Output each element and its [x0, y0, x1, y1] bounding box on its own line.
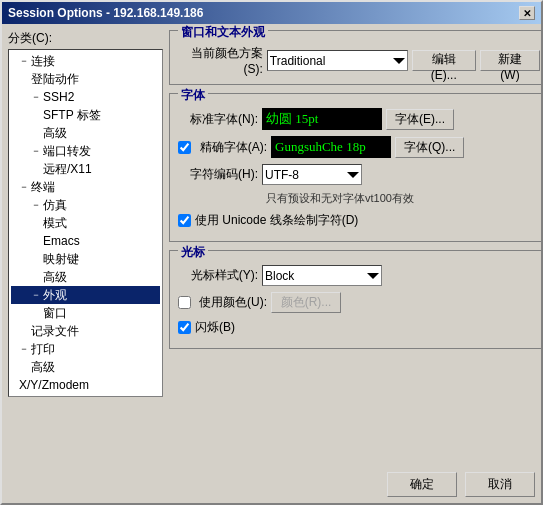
standard-font-button[interactable]: 字体(E)...	[386, 109, 454, 130]
blink-label: 闪烁(B)	[195, 319, 235, 336]
tree-item-terminal[interactable]: － 终端	[11, 178, 160, 196]
tree-label-appearance: 外观	[43, 286, 67, 304]
tree-label-advanced-emulation: 高级	[43, 268, 67, 286]
font-group: 字体 标准字体(N): 幼圆 15pt 字体(E)... 精确字体(A): Gu…	[169, 93, 543, 242]
window-title: Session Options - 192.168.149.186	[8, 6, 203, 20]
tree-item-advanced-ssh[interactable]: 高级	[11, 124, 160, 142]
tree-label-logfile: 记录文件	[31, 322, 79, 340]
edit-color-button[interactable]: 编辑(E)...	[412, 50, 476, 71]
bottom-bar: 确定 取消	[2, 468, 541, 503]
color-pick-button[interactable]: 颜色(R)...	[271, 292, 341, 313]
encoding-label: 字符编码(H):	[178, 166, 258, 183]
use-color-checkbox[interactable]	[178, 296, 191, 309]
tree-item-sftp[interactable]: SFTP 标签	[11, 106, 160, 124]
minus-icon7: －	[19, 340, 29, 358]
minus-icon4: －	[19, 178, 29, 196]
encoding-row: 字符编码(H): UTF-8	[178, 164, 540, 185]
color-scheme-label: 当前颜色方案(S):	[178, 45, 263, 76]
standard-font-label: 标准字体(N):	[178, 111, 258, 128]
ok-button[interactable]: 确定	[387, 472, 457, 497]
close-button[interactable]: ✕	[519, 6, 535, 20]
cursor-group: 光标 光标样式(Y): Block Underline Vertical Bar…	[169, 250, 543, 349]
cancel-button[interactable]: 取消	[465, 472, 535, 497]
tree-item-portforward[interactable]: － 端口转发	[11, 142, 160, 160]
minus-icon5: －	[31, 196, 41, 214]
tree-label-login: 登陆动作	[31, 70, 79, 88]
tree-item-advanced-emulation[interactable]: 高级	[11, 268, 160, 286]
tree-item-emacs[interactable]: Emacs	[11, 232, 160, 250]
precise-font-display: GungsuhChe 18p	[271, 136, 391, 158]
tree-label-advanced-print: 高级	[31, 358, 55, 376]
standard-font-value: 幼圆 15pt	[266, 110, 318, 128]
tree-item-xyz[interactable]: X/Y/Zmodem	[11, 376, 160, 394]
standard-font-display: 幼圆 15pt	[262, 108, 382, 130]
tree-label-emacs: Emacs	[43, 232, 80, 250]
tree-item-window[interactable]: 窗口	[11, 304, 160, 322]
nav-tree: － 连接 登陆动作 － SSH2 SFTP 标签 高级	[11, 52, 160, 394]
title-bar: Session Options - 192.168.149.186 ✕	[2, 2, 541, 24]
unicode-checkbox[interactable]	[178, 214, 191, 227]
minus-icon: －	[19, 52, 29, 70]
minus-icon6: －	[31, 286, 41, 304]
right-panel: 窗口和文本外观 当前颜色方案(S): Traditional 编辑(E)... …	[169, 30, 543, 462]
tree-item-logfile[interactable]: 记录文件	[11, 322, 160, 340]
tree-item-advanced-print[interactable]: 高级	[11, 358, 160, 376]
blink-checkbox[interactable]	[178, 321, 191, 334]
new-color-button[interactable]: 新建(W)	[480, 50, 540, 71]
color-scheme-row: 当前颜色方案(S): Traditional 编辑(E)... 新建(W)	[178, 45, 540, 76]
tree-label-sftp: SFTP 标签	[43, 106, 101, 124]
cursor-style-select[interactable]: Block Underline Vertical Bar	[262, 265, 382, 286]
tree-label-emulation: 仿真	[43, 196, 67, 214]
tree-item-emulation[interactable]: － 仿真	[11, 196, 160, 214]
unicode-label: 使用 Unicode 线条绘制字符(D)	[195, 212, 358, 229]
window-content: 分类(C): － 连接 登陆动作 － SSH2	[2, 24, 541, 468]
use-color-label: 使用颜色(U):	[199, 294, 267, 311]
tree-item-ssh2[interactable]: － SSH2	[11, 88, 160, 106]
tree-label-print: 打印	[31, 340, 55, 358]
tree-item-login[interactable]: 登陆动作	[11, 70, 160, 88]
tree-item-print[interactable]: － 打印	[11, 340, 160, 358]
window-appearance-title: 窗口和文本外观	[178, 24, 268, 41]
font-group-title: 字体	[178, 87, 208, 104]
tree-label-advanced-ssh: 高级	[43, 124, 67, 142]
encoding-select[interactable]: UTF-8	[262, 164, 362, 185]
color-scheme-select[interactable]: Traditional	[267, 50, 408, 71]
tree-label-mappedkeys: 映射键	[43, 250, 79, 268]
minus-icon2: －	[31, 88, 41, 106]
tree-item-remotex11[interactable]: 远程/X11	[11, 160, 160, 178]
standard-font-row: 标准字体(N): 幼圆 15pt 字体(E)...	[178, 108, 540, 130]
use-color-row: 使用颜色(U): 颜色(R)...	[178, 292, 540, 313]
tree-panel: － 连接 登陆动作 － SSH2 SFTP 标签 高级	[8, 49, 163, 397]
precise-font-checkbox[interactable]	[178, 141, 191, 154]
tree-label-remotex11: 远程/X11	[43, 160, 92, 178]
tree-label-ssh2: SSH2	[43, 88, 74, 106]
unicode-checkbox-row: 使用 Unicode 线条绘制字符(D)	[178, 212, 540, 229]
tree-item-appearance[interactable]: － 外观	[11, 286, 160, 304]
tree-item-connect[interactable]: － 连接	[11, 52, 160, 70]
encoding-note-row: 只有预设和无对字体vt100有效	[178, 191, 540, 206]
tree-item-mappedkeys[interactable]: 映射键	[11, 250, 160, 268]
cursor-group-title: 光标	[178, 244, 208, 261]
tree-label-xyz: X/Y/Zmodem	[19, 376, 89, 394]
tree-item-mode[interactable]: 模式	[11, 214, 160, 232]
minus-icon3: －	[31, 142, 41, 160]
blink-row: 闪烁(B)	[178, 319, 540, 336]
cursor-style-row: 光标样式(Y): Block Underline Vertical Bar	[178, 265, 540, 286]
window-appearance-group: 窗口和文本外观 当前颜色方案(S): Traditional 编辑(E)... …	[169, 30, 543, 85]
cursor-style-label: 光标样式(Y):	[178, 267, 258, 284]
category-label: 分类(C):	[8, 30, 163, 47]
tree-label-connect: 连接	[31, 52, 55, 70]
precise-font-value: GungsuhChe 18p	[275, 139, 366, 155]
precise-font-row: 精确字体(A): GungsuhChe 18p 字体(Q)...	[178, 136, 540, 158]
encoding-note: 只有预设和无对字体vt100有效	[266, 191, 414, 206]
tree-label-mode: 模式	[43, 214, 67, 232]
precise-font-button[interactable]: 字体(Q)...	[395, 137, 464, 158]
precise-font-label: 精确字体(A):	[197, 139, 267, 156]
tree-label-window: 窗口	[43, 304, 67, 322]
tree-label-portforward: 端口转发	[43, 142, 91, 160]
main-window: Session Options - 192.168.149.186 ✕ 分类(C…	[0, 0, 543, 505]
tree-label-terminal: 终端	[31, 178, 55, 196]
